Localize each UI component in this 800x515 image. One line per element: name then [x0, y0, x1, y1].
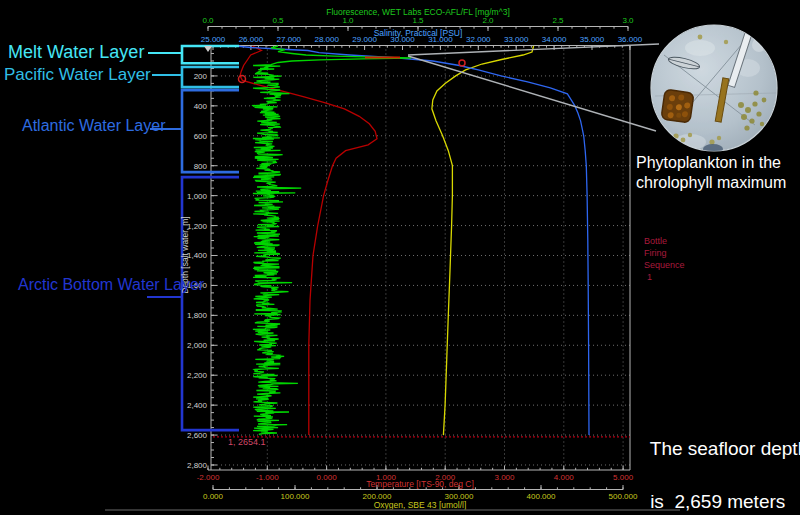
svg-text:1,200: 1,200: [187, 222, 208, 231]
ctd-profile-screenshot: 0.00.51.01.52.02.53.025.00026.00027.0002…: [0, 0, 800, 515]
svg-text:1,800: 1,800: [187, 311, 208, 320]
svg-text:27.000: 27.000: [277, 35, 302, 44]
svg-text:100.000: 100.000: [281, 492, 310, 501]
seafloor-line2: is 2,659 meters: [650, 491, 785, 512]
svg-text:0.0: 0.0: [202, 16, 214, 25]
inset-caption-line2: chrolophyll maximum: [636, 174, 786, 191]
series-salinity: [236, 46, 589, 435]
svg-text:200: 200: [194, 72, 208, 81]
svg-text:0.000: 0.000: [203, 492, 224, 501]
svg-text:3.0: 3.0: [622, 16, 634, 25]
svg-text:34.000: 34.000: [542, 35, 567, 44]
svg-text:3.000: 3.000: [494, 473, 515, 482]
svg-text:400: 400: [194, 102, 208, 111]
oxygen-axis-title: Oxygen, SBE 43 [umol/l]: [374, 500, 467, 510]
svg-text:800: 800: [194, 162, 208, 171]
phytoplankton-inset-photo: [651, 25, 777, 154]
svg-text:1,400: 1,400: [187, 251, 208, 260]
seafloor-line1: The seafloor depth: [650, 438, 800, 459]
fluorescence-axis-title: Fluorescence, WET Labs ECO-AFL/FL [mg/m^…: [326, 7, 510, 17]
svg-text:33.000: 33.000: [504, 35, 529, 44]
svg-text:0.000: 0.000: [317, 473, 338, 482]
salinity-axis-title: Salinity, Practical [PSU]: [374, 28, 463, 38]
svg-text:2,000: 2,000: [187, 341, 208, 350]
svg-text:2,600: 2,600: [187, 431, 208, 440]
svg-text:-2.000: -2.000: [197, 473, 220, 482]
seafloor-note: The seafloor depth is 2,659 meters: [629, 409, 800, 515]
label-pacific-water-layer: Pacific Water Layer: [4, 65, 151, 85]
svg-text:26.000: 26.000: [239, 35, 264, 44]
svg-text:600: 600: [194, 132, 208, 141]
label-atlantic-water-layer: Atlantic Water Layer: [22, 117, 165, 135]
inset-caption: Phytoplankton in the chrolophyll maximum: [636, 153, 800, 193]
svg-text:4.000: 4.000: [554, 473, 575, 482]
svg-text:36.000: 36.000: [618, 35, 643, 44]
svg-text:400.000: 400.000: [527, 492, 556, 501]
svg-text:28.000: 28.000: [314, 35, 339, 44]
svg-text:25.000: 25.000: [201, 35, 226, 44]
svg-text:2,800: 2,800: [187, 461, 208, 470]
debris-blob: [752, 38, 766, 52]
brown-diatom: [661, 89, 694, 123]
label-arctic-bottom-water-layer: Arctic Bottom Water Layer: [18, 276, 204, 294]
label-melt-water-layer: Melt Water Layer: [8, 42, 144, 63]
svg-text:2,200: 2,200: [187, 371, 208, 380]
debris-blob: [685, 40, 715, 56]
svg-text:-1.000: -1.000: [256, 473, 279, 482]
temperature-axis-title: Temperature [ITS-90, deg C]: [366, 479, 474, 489]
svg-text:2,400: 2,400: [187, 401, 208, 410]
svg-text:2.5: 2.5: [552, 16, 564, 25]
series-oxygen: [432, 46, 534, 435]
svg-text:0.5: 0.5: [272, 16, 284, 25]
svg-text:32.000: 32.000: [466, 35, 491, 44]
bottle-fire-depth-label: 1, 2654.1: [228, 437, 266, 447]
bottle-firing-label: Bottle Firing Sequence 1: [644, 235, 685, 284]
svg-text:35.000: 35.000: [580, 35, 605, 44]
inset-caption-line1: Phytoplankton in the: [636, 154, 781, 171]
svg-text:1,000: 1,000: [187, 192, 208, 201]
